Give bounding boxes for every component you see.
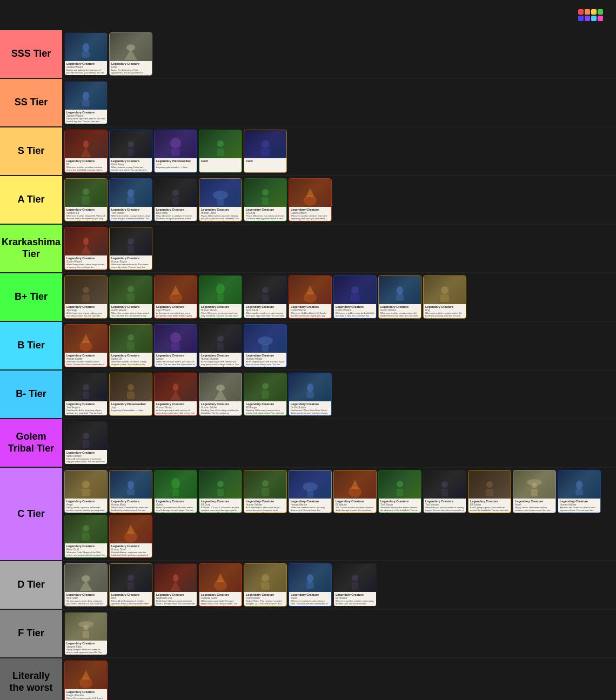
card[interactable]: Legendary Creature Angel Flying, lifelin… (513, 470, 556, 513)
svg-marker-67 (214, 389, 227, 400)
card[interactable]: Legendary Creature Elf Advisor Whenever … (333, 563, 377, 607)
card[interactable]: Legendary Creature Stone Artificer Flyin… (64, 421, 108, 465)
card[interactable]: Legendary Creature Human Wizard At the b… (154, 373, 197, 416)
card[interactable]: Legendary Creature Human Artificer At th… (244, 324, 287, 367)
card[interactable]: Legendary Creature Human Artificer Ajkom… (558, 470, 601, 513)
card[interactable]: Legendary Creature Troll Wizard Whenever… (109, 178, 152, 221)
card[interactable]: Legendary Creature Elf Druid Piracy: Whe… (244, 178, 287, 221)
svg-rect-77 (127, 489, 135, 495)
tier-content-bplus: Legendary Creature Ape Sage At the begin… (62, 273, 616, 321)
tier-label-worst: Literally the worst (0, 658, 62, 700)
card[interactable]: Legendary Creature Elder I Liesa: The be… (109, 32, 152, 76)
card[interactable]: Card (244, 130, 287, 173)
svg-rect-57 (217, 343, 224, 351)
card[interactable]: Legendary Creature Human Soldier A lot w… (244, 470, 287, 513)
card[interactable]: Legendary Creature Sphinx When this crea… (154, 324, 197, 367)
card[interactable]: Legendary Creature Human Soldier Wheneve… (64, 324, 108, 367)
card[interactable]: Legendary Creature Elven Druid Whenever … (64, 515, 108, 558)
card[interactable]: Legendary Creature Troll Monster Wheneve… (423, 470, 466, 513)
svg-point-107 (173, 574, 178, 582)
svg-marker-3 (124, 49, 137, 60)
svg-rect-81 (217, 489, 224, 496)
card[interactable]: Legendary Creature Human Warrior When th… (289, 470, 332, 513)
card[interactable]: Card (199, 130, 242, 173)
card[interactable]: Legendary Creature Wolf Rider So long as… (64, 563, 108, 607)
svg-rect-11 (171, 149, 180, 156)
card[interactable]: Legendary Creature Goblin Warrior Whenev… (289, 275, 332, 319)
svg-marker-27 (306, 188, 314, 197)
svg-rect-31 (128, 246, 134, 253)
svg-point-74 (82, 481, 90, 488)
card[interactable]: Legendary Creature Goblin When Dynavolt … (154, 470, 197, 513)
tier-label-bminus: B- Tier (0, 371, 62, 418)
tier-row-golem: Golem Tribal Tier Legendary Creature Sto… (0, 419, 616, 468)
tier-content-s: Legendary Creature Elf Whenever another … (62, 127, 616, 175)
card[interactable]: Legendary Creature Human Rogue Whenever … (109, 227, 152, 270)
card[interactable]: Legendary Creature Elf Whenever another … (64, 130, 108, 173)
card[interactable]: Legendary Creature Spirit Druid When ano… (244, 275, 287, 319)
card[interactable]: Legendary Creature Human Wizard Flash: W… (199, 275, 242, 319)
card[interactable]: Legendary Creature Elf Ranger Reading. W… (244, 373, 287, 416)
card[interactable]: Legendary Creature Goblin Wizard Wheneve… (333, 275, 377, 319)
card[interactable]: Legendary Creature Human Shaman At the b… (199, 324, 242, 367)
svg-rect-98 (575, 489, 583, 495)
tier-row-bplus: B+ Tier Legendary Creature Ape Sage At t… (0, 273, 616, 322)
svg-rect-85 (307, 490, 313, 497)
svg-point-115 (352, 575, 358, 581)
card[interactable]: Legendary Creature Vampire Falco Flying … (64, 612, 108, 655)
card[interactable]: Legendary Creature Elf Druid Elf Druid: … (199, 470, 242, 513)
card[interactable]: Legendary Creature Nightmare Cat Deathto… (154, 563, 197, 607)
card[interactable]: Legendary Creature Goblin Wizard Wheneve… (378, 275, 421, 319)
svg-point-118 (83, 625, 89, 630)
logo-cell (598, 9, 603, 15)
card[interactable]: Legendary Creature Goblin Soldier Deathl… (289, 373, 332, 416)
logo-cell (585, 16, 590, 21)
svg-rect-45 (351, 294, 359, 302)
card[interactable]: Legendary Creature Spider Elf Whenever a… (109, 324, 152, 367)
card[interactable]: Legendary Creature Vampire Elf Whenever … (64, 178, 108, 221)
logo-cell (598, 16, 603, 21)
tier-content-d: Legendary Creature Wolf Rider So long as… (62, 561, 616, 609)
tier-content-b: Legendary Creature Human Soldier Wheneve… (62, 322, 616, 369)
card[interactable]: Legendary Creature Sailor Whenever a cre… (289, 563, 332, 607)
card[interactable]: Legendary Creature Human Soldier Banding… (199, 373, 242, 416)
tier-label-c: C Tier (0, 468, 62, 560)
svg-rect-9 (128, 149, 134, 156)
card[interactable]: Legendary Creature Elf Warrior 1 R: Choo… (333, 470, 377, 513)
card[interactable]: Legendary Creature Ape Sage At the begin… (64, 275, 108, 319)
card[interactable]: Legendary Creature Zombie Wizard Flying … (64, 81, 108, 124)
tier-label-a: A Tier (0, 176, 62, 224)
card[interactable]: Legendary Creature Liger Wizard At the s… (154, 275, 197, 319)
card[interactable]: Legendary Creature Bird Flying: At the b… (109, 563, 152, 607)
card[interactable]: Legendary Creature Sea Serpent Deathtouc… (64, 373, 108, 416)
card[interactable]: Legendary Creature Troll Ranah Whenever … (378, 470, 421, 513)
svg-rect-114 (306, 582, 314, 589)
svg-rect-106 (128, 582, 134, 590)
card[interactable]: Legendary Creature Elf Soldier An elf, g… (468, 470, 511, 513)
svg-point-32 (83, 287, 89, 293)
card[interactable]: Legendary Creature Elves Faery When crea… (109, 130, 152, 173)
card[interactable]: Legendary Planeswalker Jace Legendary pl… (154, 130, 197, 173)
svg-marker-65 (170, 391, 181, 400)
card[interactable]: Legendary Creature Human Monk When Khara… (109, 470, 152, 513)
card[interactable]: Legendary Creature Dragon Monster Flying… (64, 661, 108, 700)
card[interactable]: Legendary Creature Human Druid Dark All … (109, 515, 152, 558)
card[interactable]: Legendary Creature Blue Monk Ring: Whene… (154, 178, 197, 221)
svg-point-62 (128, 384, 134, 391)
card[interactable]: Legendary Creature Angel Flying, lifelin… (64, 470, 108, 513)
tier-content-worst: Legendary Creature Dragon Monster Flying… (62, 658, 616, 700)
svg-marker-110 (216, 573, 225, 582)
svg-rect-39 (217, 294, 224, 302)
card[interactable]: Legendary Creature Goblin Warrior When t… (109, 275, 152, 319)
card[interactable]: Legendary Creature Golem Artificer Whene… (289, 178, 332, 221)
card[interactable]: Legendary Creature Dog Whenever another … (423, 275, 466, 319)
card[interactable]: Legendary Creature Giant Soldier Double … (244, 563, 287, 607)
svg-point-92 (486, 481, 493, 488)
svg-point-44 (351, 286, 359, 294)
card[interactable]: Legendary Planeswalker Jaya Legendary Pl… (109, 373, 152, 416)
svg-point-111 (262, 574, 269, 582)
card[interactable]: Legendary Creature Celestial Giant Whene… (199, 563, 242, 607)
card[interactable]: Legendary Creature Human Cleric Flying: … (199, 178, 242, 221)
card[interactable]: Legendary Creature Goblin Wizard When Kr… (64, 227, 108, 270)
card[interactable]: Legendary Creature Zombie Wizard During … (64, 32, 108, 76)
